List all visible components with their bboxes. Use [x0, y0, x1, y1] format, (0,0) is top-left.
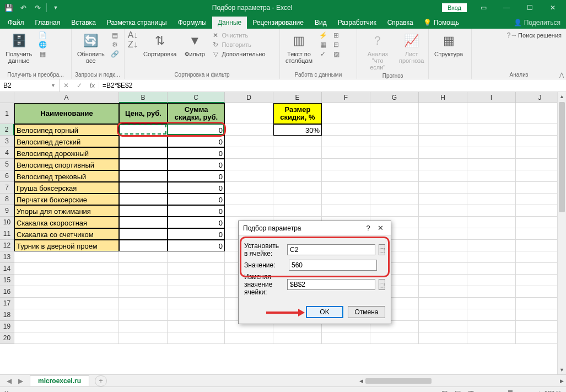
price-cell[interactable] — [119, 228, 168, 240]
column-header[interactable]: E — [273, 92, 322, 103]
sheet-tab[interactable]: microexcel.ru — [30, 375, 89, 386]
row-header[interactable]: 12 — [0, 240, 14, 251]
from-text-icon[interactable]: 📄 — [37, 31, 47, 40]
cell[interactable] — [419, 103, 467, 124]
cell[interactable] — [370, 170, 419, 182]
tab-layout[interactable]: Разметка страницы — [101, 17, 173, 29]
row-header[interactable]: 4 — [0, 147, 14, 159]
cell[interactable] — [168, 332, 225, 344]
percent-cell[interactable]: 30% — [273, 124, 322, 136]
horizontal-scrollbar[interactable]: ◀ ▶ — [357, 376, 566, 385]
cell[interactable] — [419, 194, 467, 205]
cell[interactable] — [419, 159, 467, 170]
row-header[interactable]: 15 — [0, 275, 14, 286]
page-layout-view-icon[interactable]: ▤ — [451, 389, 465, 393]
from-web-icon[interactable]: 🌐 — [37, 40, 47, 49]
row-header[interactable]: 16 — [0, 286, 14, 298]
row-header[interactable]: 17 — [0, 298, 14, 309]
properties-icon[interactable]: ⚙ — [110, 40, 120, 49]
row-header[interactable]: 6 — [0, 170, 14, 182]
cell[interactable] — [119, 298, 168, 309]
cell[interactable] — [370, 194, 419, 205]
cell[interactable] — [467, 309, 516, 321]
cell[interactable] — [370, 205, 419, 217]
price-cell[interactable] — [119, 124, 168, 136]
cell[interactable] — [419, 321, 467, 332]
price-cell[interactable] — [119, 182, 168, 194]
cell[interactable] — [119, 309, 168, 321]
from-table-icon[interactable]: ▦ — [37, 50, 47, 58]
range-picker-icon[interactable]: ⬚ — [379, 279, 385, 290]
column-header[interactable]: H — [419, 92, 467, 103]
row-header[interactable]: 2 — [0, 124, 14, 136]
cell[interactable] — [322, 136, 370, 147]
tab-formulas[interactable]: Формулы — [173, 17, 212, 29]
range-picker-icon[interactable]: ⬚ — [379, 244, 385, 255]
cell[interactable] — [225, 124, 273, 136]
row-header[interactable]: 5 — [0, 159, 14, 170]
cell[interactable] — [370, 159, 419, 170]
cell[interactable] — [273, 170, 322, 182]
cell[interactable] — [467, 136, 516, 147]
cell[interactable] — [419, 136, 467, 147]
cell[interactable] — [225, 182, 273, 194]
column-header[interactable]: F — [322, 92, 370, 103]
outline-button[interactable]: ▦ Структура — [432, 31, 465, 58]
cell[interactable] — [14, 298, 119, 309]
column-header[interactable]: I — [467, 92, 516, 103]
cell[interactable] — [14, 309, 119, 321]
header-cell[interactable]: Суммаскидки, руб. — [168, 103, 225, 124]
row-header[interactable]: 1 — [0, 103, 14, 124]
tab-developer[interactable]: Разработчик — [332, 17, 382, 29]
cell[interactable] — [322, 147, 370, 159]
cell[interactable] — [322, 205, 370, 217]
sort-az-icon[interactable]: A↓ — [128, 31, 138, 40]
changing-cell-input[interactable] — [287, 279, 375, 290]
cell[interactable] — [273, 205, 322, 217]
name-cell[interactable]: Перчатки боксерские — [14, 194, 119, 205]
tab-file[interactable]: Файл — [2, 17, 30, 29]
solver-button[interactable]: ?→Поиск решения — [475, 31, 563, 40]
cell[interactable] — [273, 182, 322, 194]
forecast-sheet-button[interactable]: 📈 Лист прогноза — [398, 31, 425, 65]
header-cell[interactable]: Размерскидки, % — [273, 103, 322, 124]
name-cell[interactable]: Велосипед горный — [14, 124, 119, 136]
row-header[interactable]: 7 — [0, 182, 14, 194]
cell[interactable] — [119, 332, 168, 344]
cell[interactable] — [14, 332, 119, 344]
redo-icon[interactable]: ↷ — [31, 2, 44, 14]
consolidate-icon[interactable]: ⊞ — [331, 31, 341, 40]
cell[interactable] — [168, 298, 225, 309]
row-header[interactable]: 8 — [0, 194, 14, 205]
price-cell[interactable] — [119, 205, 168, 217]
get-data-button[interactable]: 🗄️ Получить данные — [3, 31, 34, 65]
cell[interactable] — [168, 286, 225, 298]
discount-cell[interactable]: 0 — [168, 136, 225, 147]
scroll-thumb[interactable] — [559, 102, 565, 212]
cell[interactable] — [419, 170, 467, 182]
cell[interactable] — [225, 170, 273, 182]
column-header[interactable]: C — [168, 92, 225, 103]
row-header[interactable]: 13 — [0, 251, 14, 263]
remove-duplicates-icon[interactable]: ▦ — [318, 40, 328, 49]
cell[interactable] — [322, 194, 370, 205]
cell[interactable] — [322, 124, 370, 136]
cell[interactable] — [467, 182, 516, 194]
cell[interactable] — [322, 332, 370, 344]
dialog-close-icon[interactable]: ✕ — [374, 224, 386, 232]
cell[interactable] — [419, 286, 467, 298]
ok-button[interactable]: OK — [306, 306, 343, 318]
scroll-thumb[interactable] — [365, 378, 432, 384]
sort-button[interactable]: ⇅ Сортировка — [141, 31, 179, 58]
maximize-icon[interactable]: ☐ — [519, 0, 541, 15]
relationships-icon[interactable]: ⊟ — [331, 40, 341, 49]
cancel-formula-icon[interactable]: ✕ — [60, 82, 73, 89]
discount-cell[interactable]: 0 — [168, 228, 225, 240]
discount-cell[interactable]: 0 — [168, 182, 225, 194]
price-cell[interactable] — [119, 217, 168, 228]
cell[interactable] — [225, 147, 273, 159]
cell[interactable] — [419, 147, 467, 159]
cell[interactable] — [467, 194, 516, 205]
header-cell[interactable]: Наименование — [14, 103, 119, 124]
cell[interactable] — [419, 332, 467, 344]
